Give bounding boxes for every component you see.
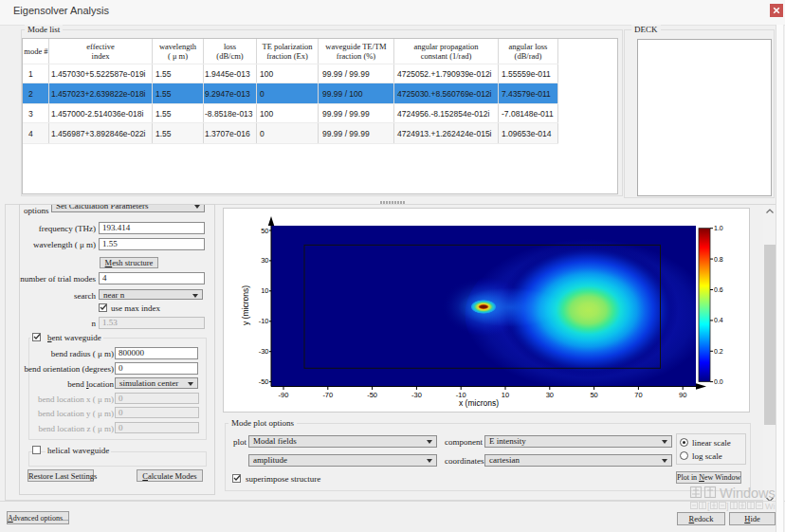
svg-text:30: 30	[546, 391, 554, 399]
svg-text:Wi: Wi	[765, 502, 776, 511]
svg-text:0.6: 0.6	[714, 286, 723, 293]
svg-text:70: 70	[634, 391, 642, 399]
svg-text:x (microns): x (microns)	[459, 398, 499, 408]
svg-text:-50: -50	[259, 377, 269, 386]
svg-text:y (microns): y (microns)	[241, 285, 250, 325]
svg-text:-10: -10	[259, 317, 269, 325]
svg-text:[: [	[707, 502, 710, 511]
svg-text:0.2: 0.2	[714, 348, 723, 355]
svg-text:-50: -50	[367, 391, 377, 399]
svg-text:0.4: 0.4	[714, 317, 723, 323]
svg-text:0.8: 0.8	[714, 256, 723, 263]
svg-text:30: 30	[261, 256, 268, 265]
svg-text:90: 90	[679, 391, 686, 399]
svg-text:Windows: Windows	[720, 486, 776, 501]
svg-text:-90: -90	[279, 391, 289, 399]
svg-text:10: 10	[502, 391, 509, 399]
svg-text:-70: -70	[322, 391, 333, 399]
svg-text:1.0: 1.0	[714, 225, 723, 231]
svg-text:50: 50	[590, 391, 597, 399]
svg-text:]: ]	[726, 502, 729, 511]
svg-text:-30: -30	[411, 391, 422, 399]
svg-text:10: 10	[261, 286, 268, 295]
svg-text:0.0: 0.0	[714, 378, 723, 385]
svg-text:50: 50	[261, 227, 268, 235]
svg-text:-30: -30	[259, 347, 269, 356]
